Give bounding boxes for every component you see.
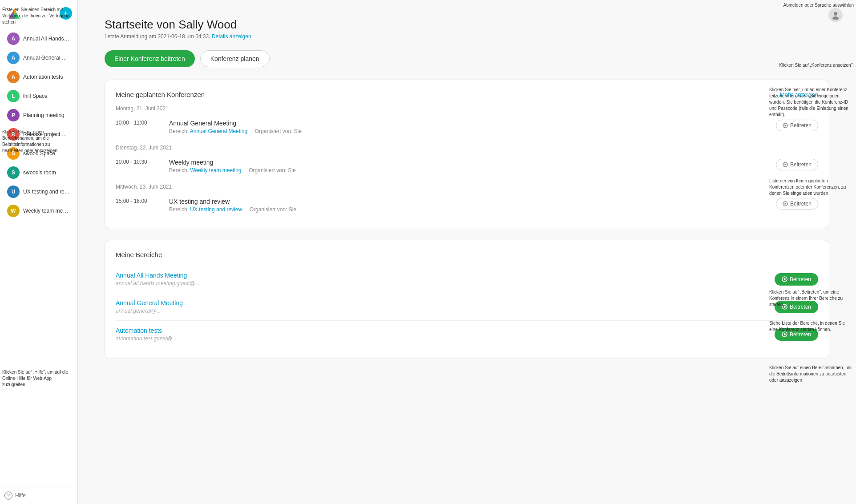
sidebar-item-release-project[interactable]: RRelease project manage... [3, 125, 75, 144]
nav-avatar-ux-testing: U [7, 185, 20, 198]
help-icon: ? [4, 492, 12, 500]
sidebar-item-lhill-space[interactable]: Llhill Space [3, 87, 75, 105]
conf-meta: Bereich: Annual General Meeting Organisi… [169, 128, 767, 134]
svg-marker-2 [9, 13, 14, 19]
sidebar-item-automation-tests[interactable]: AAutomation tests [3, 68, 75, 86]
nav-avatar-automation-tests: A [7, 71, 20, 83]
nav-avatar-swood-space: S [7, 147, 20, 160]
bereiche-title: Meine Bereiche [116, 251, 162, 258]
beitreten-green-button[interactable]: Beitreten [775, 328, 818, 341]
svg-marker-7 [784, 125, 787, 127]
conf-bereich-link[interactable]: UX testing and review [190, 206, 242, 213]
conf-info: Annual General Meeting Bereich: Annual G… [169, 120, 767, 134]
nav-label-release-project: Release project manage... [23, 131, 70, 137]
join-conference-button[interactable]: Einer Konferenz beitreten [105, 50, 195, 67]
bereich-info: Automation tests automation.test.guest@.… [116, 327, 775, 342]
last-login-text: Letzte Anmeldung am 2021-06-18 um 04:33.… [105, 33, 829, 40]
conference-item: 10:00 - 11:00 Annual General Meeting Ber… [116, 114, 818, 140]
more-link[interactable]: Mehr anzeigen [780, 91, 818, 98]
conference-item: 15:00 - 16:00 UX testing and review Bere… [116, 193, 818, 218]
user-account-button[interactable] [828, 8, 843, 22]
conference-item: 10:00 - 10:30 Weekly meeting Bereich: We… [116, 153, 818, 179]
svg-marker-3 [14, 13, 20, 19]
bereich-item: Annual General Meeting annual.general@..… [116, 293, 818, 321]
conf-name: Weekly meeting [169, 159, 767, 166]
beitreten-button-outline[interactable]: Beitreten [776, 120, 818, 131]
conf-info: Weekly meeting Bereich: Weekly team meet… [169, 159, 767, 173]
beitreten-green-button[interactable]: Beitreten [775, 273, 818, 286]
conf-name: Annual General Meeting [169, 120, 767, 127]
conference-days: Montag, 21. Juni 2021 10:00 - 11:00 Annu… [116, 105, 818, 218]
sidebar-item-planning-meeting[interactable]: PPlanning meeting [3, 106, 75, 125]
bereich-item: Annual All Hands Meeting annual.all.hand… [116, 266, 818, 293]
bereich-item: Automation tests automation.test.guest@.… [116, 321, 818, 348]
sidebar-item-swood-space[interactable]: Sswood Space [3, 144, 75, 163]
bereich-name[interactable]: Annual General Meeting [116, 299, 775, 306]
bereich-info: Annual All Hands Meeting annual.all.hand… [116, 272, 775, 286]
bereich-name[interactable]: Automation tests [116, 327, 775, 334]
nav-avatar-weekly-team: W [7, 205, 20, 217]
sidebar-item-weekly-team[interactable]: WWeekly team meeting [3, 202, 75, 220]
conf-time: 10:00 - 11:00 [116, 120, 160, 126]
sidebar-item-swoods-room[interactable]: Sswood's room [3, 163, 75, 182]
sidebar-item-annual-general[interactable]: AAnnual General Meeting [3, 48, 75, 67]
conferences-section: Meine geplanten Konferenzen Mehr anzeige… [105, 80, 829, 229]
svg-point-4 [834, 12, 837, 16]
svg-marker-17 [784, 333, 786, 336]
day-label-0: Montag, 21. Juni 2021 [116, 105, 818, 112]
sidebar-header: + [0, 0, 77, 25]
nav-avatar-release-project: R [7, 128, 20, 141]
bereiche-section: Meine Bereiche Annual All Hands Meeting … [105, 240, 829, 359]
conf-time: 15:00 - 16:00 [116, 198, 160, 204]
nav-avatar-lhill-space: L [7, 90, 20, 102]
top-right-area [828, 8, 843, 22]
day-label-1: Dienstag, 22. Juni 2021 [116, 145, 818, 151]
details-link[interactable]: Details anzeigen [212, 33, 251, 40]
conf-name: UX testing and review [169, 198, 767, 205]
svg-marker-9 [784, 164, 787, 166]
sidebar-footer: ? Hilfe [0, 487, 77, 504]
nav-label-annual-all-hands: Annual All Hands Meeting [23, 36, 70, 42]
conf-organizer: Organisiert von: Sie [249, 167, 295, 173]
conf-bereich-link[interactable]: Weekly team meeting [190, 167, 241, 173]
conf-bereich-link[interactable]: Annual General Meeting [190, 128, 247, 134]
sidebar-nav: AAnnual All Hands MeetingAAnnual General… [0, 25, 77, 487]
beitreten-button-outline[interactable]: Beitreten [776, 198, 818, 210]
action-buttons: Einer Konferenz beitreten Konferenz plan… [105, 50, 829, 67]
conf-organizer: Organisiert von: Sie [250, 206, 296, 213]
conf-meta: Bereich: Weekly team meeting Organisiert… [169, 167, 767, 173]
nav-avatar-swoods-room: S [7, 166, 20, 179]
conf-time: 10:00 - 10:30 [116, 159, 160, 165]
bereich-email: annual.general@... [116, 308, 775, 314]
bereich-email: annual.all.hands.meeting.guest@... [116, 280, 775, 286]
nav-avatar-annual-all-hands: A [7, 32, 20, 45]
bereich-name[interactable]: Annual All Hands Meeting [116, 272, 775, 279]
conf-meta: Bereich: UX testing and review Organisie… [169, 206, 767, 213]
bereich-email: automation.test.guest@... [116, 335, 775, 342]
svg-marker-15 [784, 306, 786, 308]
nav-label-annual-general: Annual General Meeting [23, 55, 70, 61]
svg-marker-13 [784, 278, 786, 281]
conferences-header: Meine geplanten Konferenzen Mehr anzeige… [116, 91, 818, 98]
conferences-title: Meine geplanten Konferenzen [116, 91, 205, 98]
nav-label-automation-tests: Automation tests [23, 74, 63, 80]
beitreten-button-outline[interactable]: Beitreten [776, 159, 818, 170]
help-label: Hilfe [15, 492, 26, 499]
help-button[interactable]: ? Hilfe [4, 492, 73, 500]
day-label-2: Mittwoch, 23. Juni 2021 [116, 184, 818, 190]
logo-icon [5, 5, 23, 21]
plan-conference-button[interactable]: Konferenz planen [200, 50, 270, 67]
nav-label-lhill-space: lhill Space [23, 93, 48, 99]
bereich-info: Annual General Meeting annual.general@..… [116, 299, 775, 314]
nav-label-planning-meeting: Planning meeting [23, 112, 65, 118]
svg-marker-11 [784, 203, 787, 205]
sidebar-item-annual-all-hands[interactable]: AAnnual All Hands Meeting [3, 29, 75, 48]
bereiche-header: Meine Bereiche [116, 251, 818, 258]
beitreten-green-button[interactable]: Beitreten [775, 301, 818, 313]
nav-label-swoods-room: swood's room [23, 169, 56, 176]
sidebar: + AAnnual All Hands MeetingAAnnual Gener… [0, 0, 78, 504]
nav-label-weekly-team: Weekly team meeting [23, 208, 70, 214]
add-space-button[interactable]: + [60, 7, 72, 20]
sidebar-item-ux-testing[interactable]: UUX testing and review [3, 182, 75, 201]
svg-point-5 [832, 16, 839, 20]
